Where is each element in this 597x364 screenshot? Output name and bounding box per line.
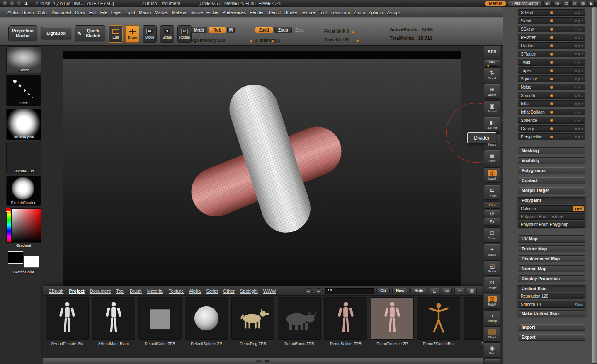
rotate-mode-button[interactable]: R Rotate: [177, 25, 192, 43]
lightbox-item-demodog-zpr[interactable]: DemoDog.ZPR: [230, 296, 276, 350]
draw-mode-button[interactable]: Draw: [125, 25, 139, 43]
deformer-perspective[interactable]: Perspectivex y z: [518, 133, 585, 140]
polypaint-from-texture-button[interactable]: Polypaint From Texture: [518, 213, 585, 220]
scale-mode-button[interactable]: S Scale: [160, 25, 174, 43]
lightbox-item-demozsketchbuc[interactable]: DemoZSketchBuc: [415, 296, 462, 350]
axis-toggles[interactable]: x y z: [575, 28, 583, 31]
axis-toggles[interactable]: x y z: [575, 61, 583, 64]
shelf-solo[interactable]: ◉Solo: [484, 342, 500, 358]
menu-stencil[interactable]: Stencil: [267, 10, 281, 15]
shelf-polyf[interactable]: ▦PolyF: [484, 294, 500, 309]
menu-file[interactable]: File: [100, 10, 107, 15]
prev-page-button[interactable]: ◀: [304, 288, 312, 294]
deformer-flatten[interactable]: Flattenx y z: [518, 42, 585, 49]
next-page-button[interactable]: ▶: [315, 288, 323, 294]
lightbox-item-demorhino-zpr[interactable]: DemoRhino.ZPR: [276, 296, 323, 350]
axis-toggles[interactable]: x y z: [575, 119, 583, 122]
deformer-sskew[interactable]: SSkewx y z: [518, 26, 585, 32]
deformer-noise[interactable]: Noisex y z: [518, 84, 585, 90]
sidebar-picker-selector[interactable]: Gradient: [6, 208, 41, 248]
lightbox-item-defaultcube-zpr[interactable]: DefaultCube.ZPR: [137, 296, 183, 350]
shelf-stub[interactable]: [484, 359, 500, 364]
deformer-gravity[interactable]: Gravityx y z: [518, 125, 585, 132]
shelf-spix[interactable]: SPix: [484, 60, 500, 67]
large-thumbs-icon[interactable]: ◻: [430, 288, 439, 294]
quick-sketch-button[interactable]: ✎ Quick Sketch: [75, 25, 105, 41]
m-button[interactable]: M: [227, 27, 235, 33]
lightbox-item-defaultsphere-zp[interactable]: DefaultSphere.ZP: [183, 296, 230, 350]
resolution-slider[interactable]: Resolution 128: [518, 293, 585, 299]
lightbox-tab-other[interactable]: Other: [223, 289, 235, 294]
lightbox-scrollbar[interactable]: ◀◀ ▶▶: [43, 357, 483, 364]
colorize-toggle[interactable]: Colorize Grd: [518, 205, 585, 212]
shelf-floor[interactable]: ▤Floor: [484, 150, 500, 165]
lightbox-item-dog[interactable]: Dog: [462, 296, 483, 350]
menu-light[interactable]: Light: [126, 10, 135, 15]
shelf-spin-ccw[interactable]: ↺: [484, 210, 500, 217]
tray-scrollbar[interactable]: [592, 7, 597, 364]
menu-alpha[interactable]: Alpha: [7, 10, 19, 15]
hide-button[interactable]: Hide: [410, 288, 427, 294]
axis-toggles[interactable]: x y z: [575, 36, 583, 39]
menu-zoom[interactable]: Zoom: [354, 10, 365, 15]
store-window-icon[interactable]: ▤: [563, 1, 570, 6]
go-button[interactable]: Go: [376, 288, 390, 294]
menu-draw[interactable]: Draw: [75, 10, 85, 15]
main-color-swatch[interactable]: [8, 251, 23, 264]
section-polygroups[interactable]: Polygroups: [518, 167, 585, 174]
deformer-sbend[interactable]: SBendx y z: [518, 9, 585, 16]
menu-movie[interactable]: Movie: [191, 10, 203, 15]
lightbox-tab-material[interactable]: Material: [147, 289, 163, 294]
sidebar-stroke-selector[interactable]: Dots: [6, 75, 41, 106]
section-normal-map[interactable]: Normal Map: [518, 265, 585, 272]
default-zscript-button[interactable]: DefaultZScript: [508, 1, 541, 6]
deformer-sflatten[interactable]: SFlattenx y z: [518, 51, 585, 57]
export-button[interactable]: Export: [518, 334, 585, 341]
shelf-spin-cw[interactable]: ↻: [484, 218, 500, 226]
slider-dot[interactable]: [250, 40, 252, 43]
sidebar-matcap-selector[interactable]: Layer: [6, 46, 41, 73]
scroll-right-icon[interactable]: ▶▶: [265, 359, 270, 363]
zsub-button[interactable]: Zsub: [274, 27, 292, 33]
shelf-move[interactable]: ⌖Move: [484, 244, 500, 259]
lightbox-button[interactable]: LightBox: [41, 27, 71, 39]
menu-render[interactable]: Render: [250, 10, 264, 15]
menu-zplugin[interactable]: Zplugin: [369, 10, 383, 15]
lightbox-tab-texture[interactable]: Texture: [169, 289, 184, 294]
lightbox-item-8headman-rvan[interactable]: 8HeadMan Rvan: [90, 296, 137, 350]
expand-icon[interactable]: +: [17, 1, 22, 6]
menu-marker[interactable]: Marker: [155, 10, 168, 15]
zadd-button[interactable]: Zadd: [255, 27, 273, 33]
hue-strip[interactable]: [6, 208, 12, 243]
menu-zscript[interactable]: Zscript: [387, 10, 400, 15]
axis-toggles[interactable]: x y z: [575, 78, 583, 80]
menu-picker[interactable]: Picker: [206, 10, 218, 15]
menu-layer[interactable]: Layer: [111, 10, 122, 15]
zcut-button[interactable]: Zcut: [295, 28, 304, 32]
menu-preferences[interactable]: Preferences: [222, 10, 246, 15]
axis-toggles[interactable]: x y z: [575, 136, 583, 138]
shelf-zoom[interactable]: ⊕Zoom: [484, 84, 500, 99]
section-visibility[interactable]: Visibility: [518, 157, 585, 164]
edit-mode-button[interactable]: Edit: [109, 25, 123, 43]
shelf-ghost[interactable]: ◌Ghost: [484, 326, 500, 342]
section-contact[interactable]: Contact: [518, 177, 585, 184]
menu-transform[interactable]: Transform: [330, 10, 350, 15]
shelf-actual[interactable]: ▣Actual: [484, 100, 500, 115]
menu-edit[interactable]: Edit: [89, 10, 97, 15]
menu-texture[interactable]: Texture: [301, 10, 315, 15]
section-unified-skin[interactable]: Unified Skin: [518, 285, 585, 292]
move-mode-button[interactable]: M Move: [143, 25, 157, 43]
import-button[interactable]: Import: [518, 324, 585, 331]
lightbox-tab-tool[interactable]: Tool: [116, 289, 124, 294]
menu-stroke[interactable]: Stroke: [284, 10, 297, 15]
filter-input[interactable]: [325, 288, 374, 294]
menu-material[interactable]: Material: [172, 10, 187, 15]
shelf-aahalf[interactable]: ◧AAHalf: [484, 117, 500, 132]
rgb-button[interactable]: Rgb: [209, 27, 226, 33]
lightbox-item-8headfemale-rv[interactable]: 8HeadFemale Rv: [44, 296, 90, 350]
deformer-taper[interactable]: Taperx y z: [518, 67, 585, 74]
axis-toggles[interactable]: x y z: [575, 86, 583, 89]
lightbox-item-demosoldier-zpr[interactable]: DemoSoldier.ZPR: [323, 296, 369, 350]
lightbox-tab-project[interactable]: Project: [69, 289, 84, 294]
